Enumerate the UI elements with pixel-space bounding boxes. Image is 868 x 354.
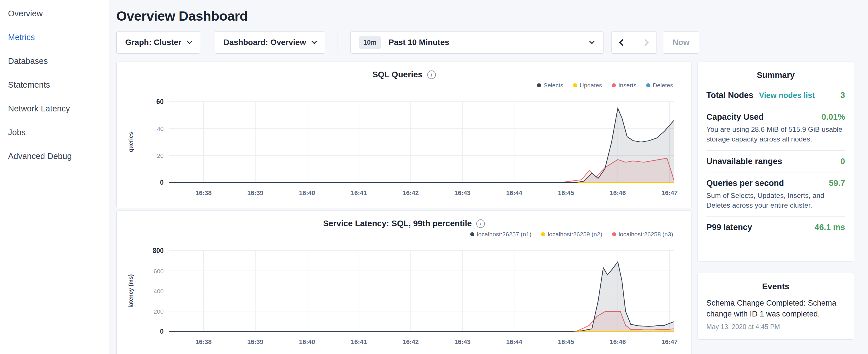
svg-text:40: 40: [157, 125, 164, 132]
info-icon[interactable]: i: [427, 70, 436, 79]
total-nodes-value: 3: [840, 91, 845, 100]
summary-unavailable-ranges: Unavailable ranges 0: [706, 150, 845, 172]
sidebar-item-databases[interactable]: Databases: [0, 49, 109, 73]
chart-legend: localhost:26257 (n1)localhost:26259 (n2)…: [117, 231, 691, 238]
graph-scope-dropdown[interactable]: Graph: Cluster: [116, 31, 200, 54]
sidebar-item-statements[interactable]: Statements: [0, 73, 109, 97]
summary-queries-per-second: Queries per second 59.7 Sum of Selects, …: [706, 172, 845, 217]
sidebar-item-advanced-debug[interactable]: Advanced Debug: [0, 144, 109, 168]
sidebar-item-jobs[interactable]: Jobs: [0, 121, 109, 144]
sql-queries-chart-panel: SQL Queries i SelectsUpdatesInsertsDelet…: [116, 62, 692, 208]
time-nav-group: [611, 31, 657, 54]
legend-item[interactable]: Selects: [537, 82, 563, 89]
legend-dot-icon: [541, 232, 545, 236]
svg-text:16:41: 16:41: [351, 189, 367, 196]
chevron-down-icon: [187, 39, 192, 44]
p99-latency-label: P99 latency: [706, 223, 752, 232]
content-grid: SQL Queries i SelectsUpdatesInsertsDelet…: [116, 62, 857, 354]
sidebar: Overview Metrics Databases Statements Ne…: [0, 0, 109, 354]
svg-text:16:45: 16:45: [558, 189, 574, 196]
service-latency-chart-panel: Service Latency: SQL, 99th percentile i …: [116, 211, 692, 354]
svg-text:200: 200: [154, 308, 164, 315]
chart-legend: SelectsUpdatesInsertsDeletes: [117, 82, 691, 89]
svg-text:16:43: 16:43: [455, 189, 470, 196]
summary-total-nodes: Total Nodes View nodes list 3: [706, 85, 845, 106]
time-prev-button[interactable]: [611, 31, 634, 54]
app-window: Overview Metrics Databases Statements Ne…: [0, 0, 868, 354]
qps-value: 59.7: [829, 179, 845, 188]
svg-text:16:41: 16:41: [351, 338, 367, 345]
legend-dot-icon: [612, 83, 616, 87]
sidebar-item-label: Metrics: [8, 33, 35, 42]
sidebar-item-network-latency[interactable]: Network Latency: [0, 97, 109, 121]
total-nodes-label: Total Nodes: [706, 91, 753, 100]
toolbar-divider: [338, 31, 338, 54]
legend-dot-icon: [470, 232, 474, 236]
now-button[interactable]: Now: [663, 31, 699, 54]
legend-item[interactable]: Deletes: [646, 82, 673, 89]
svg-text:16:40: 16:40: [299, 338, 315, 345]
svg-text:60: 60: [156, 98, 164, 105]
events-panel: Events Schema Change Completed: Schema c…: [698, 273, 854, 340]
svg-text:16:47: 16:47: [661, 189, 677, 196]
svg-text:16:38: 16:38: [195, 338, 212, 345]
sidebar-item-label: Statements: [8, 80, 50, 90]
main-content: Overview Dashboard Graph: Cluster Dashbo…: [109, 0, 868, 354]
svg-text:800: 800: [153, 247, 164, 254]
chart-title: Service Latency: SQL, 99th percentile: [323, 219, 472, 228]
time-next-button[interactable]: [634, 31, 657, 54]
svg-text:16:40: 16:40: [299, 189, 315, 196]
svg-text:16:42: 16:42: [403, 189, 419, 196]
capacity-used-description: You are using 28.6 MiB of 515.9 GiB usab…: [706, 125, 845, 144]
info-icon[interactable]: i: [476, 219, 485, 228]
svg-text:16:46: 16:46: [610, 189, 626, 196]
summary-panel: Summary Total Nodes View nodes list 3 Ca…: [698, 62, 854, 261]
time-range-picker[interactable]: 10m Past 10 Minutes: [350, 31, 604, 54]
qps-description: Sum of Selects, Updates, Inserts, and De…: [706, 191, 845, 211]
legend-item[interactable]: Inserts: [612, 82, 637, 89]
capacity-used-value: 0.01%: [822, 112, 845, 122]
sidebar-item-label: Databases: [8, 57, 48, 66]
sidebar-item-label: Advanced Debug: [8, 152, 72, 161]
svg-text:16:44: 16:44: [506, 189, 522, 196]
p99-latency-value: 46.1 ms: [815, 223, 845, 232]
svg-text:16:38: 16:38: [195, 189, 212, 196]
event-list-item[interactable]: Schema Change Completed: Schema change w…: [706, 297, 845, 331]
sidebar-item-metrics[interactable]: Metrics: [0, 26, 109, 49]
chevron-down-icon: [589, 39, 594, 44]
svg-text:400: 400: [154, 288, 164, 294]
sidebar-item-label: Jobs: [8, 128, 26, 137]
svg-text:16:45: 16:45: [558, 338, 574, 345]
dashboard-label: Dashboard: Overview: [223, 38, 306, 47]
chart-title: SQL Queries: [372, 70, 423, 79]
event-timestamp: May 13, 2020 at 4:45 PM: [706, 323, 845, 331]
time-range-badge: 10m: [359, 36, 381, 49]
svg-text:0: 0: [160, 328, 164, 335]
right-column: Summary Total Nodes View nodes list 3 Ca…: [698, 62, 854, 340]
svg-text:16:39: 16:39: [247, 338, 264, 345]
legend-item[interactable]: Updates: [573, 82, 602, 89]
summary-p99-latency: P99 latency 46.1 ms: [706, 216, 845, 238]
chart-plot[interactable]: 020040060080016:3816:3916:4016:4116:4216…: [117, 239, 692, 354]
legend-item[interactable]: localhost:26258 (n3): [612, 231, 673, 238]
svg-text:queries: queries: [127, 132, 134, 152]
legend-dot-icon: [573, 83, 577, 87]
qps-label: Queries per second: [706, 179, 784, 188]
dashboard-dropdown[interactable]: Dashboard: Overview: [215, 31, 325, 54]
svg-text:16:42: 16:42: [403, 338, 419, 345]
chart-plot[interactable]: 020406016:3816:3916:4016:4116:4216:4316:…: [117, 90, 692, 205]
svg-text:16:43: 16:43: [455, 338, 470, 345]
capacity-used-label: Capacity Used: [706, 112, 764, 122]
view-nodes-list-link[interactable]: View nodes list: [759, 91, 815, 100]
chevron-down-icon: [311, 39, 317, 44]
unavailable-ranges-value: 0: [840, 157, 845, 166]
chevron-left-icon: [619, 39, 626, 46]
charts-column: SQL Queries i SelectsUpdatesInsertsDelet…: [116, 62, 692, 354]
svg-text:0: 0: [160, 179, 164, 186]
chevron-right-icon: [642, 39, 649, 46]
legend-item[interactable]: localhost:26259 (n2): [541, 231, 602, 238]
sidebar-item-overview[interactable]: Overview: [0, 2, 109, 26]
event-text: Schema Change Completed: Schema change w…: [706, 297, 845, 320]
legend-item[interactable]: localhost:26257 (n1): [470, 231, 531, 238]
sidebar-item-label: Overview: [8, 9, 43, 18]
